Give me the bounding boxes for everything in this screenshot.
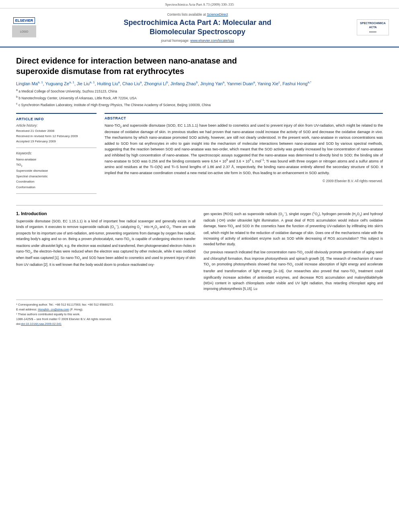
abstract-panel: ABSTRACT Nano-TiO2 and superoxide dismut…: [105, 113, 383, 197]
footnote-equal-contrib: ¹ These authors contributed equally to t…: [16, 312, 383, 317]
abstract-label: ABSTRACT: [105, 116, 383, 120]
abstract-text: Nano-TiO2 and superoxide dismutase (SOD,…: [105, 123, 383, 176]
copyright-text: © 2009 Elsevier B.V. All rights reserved…: [105, 179, 383, 183]
keyword-coordination: Coordination: [16, 179, 97, 185]
intro-body: Superoxide dismutase (SOD, EC 1.15.1.1) …: [16, 218, 195, 267]
journal-info: Contents lists available at ScienceDirec…: [44, 12, 351, 43]
article-info-label: ARTICLE INFO: [16, 117, 97, 121]
keyword-nano-anatase: Nano-anatase: [16, 157, 97, 162]
footnotes: * Corresponding author. Tel.: +86 512 61…: [16, 300, 383, 327]
keyword-conformation: Conformation: [16, 185, 97, 190]
elsevier-logo: ELSEVIER: [13, 17, 35, 24]
revised-date: Received in revised form 12 February 200…: [16, 134, 97, 139]
article-content: Direct evidence for interaction between …: [0, 47, 399, 335]
footnote-email: E-mail address: Hongfsh_cn@sina.com (F. …: [16, 307, 383, 312]
footnote-issn: 1386-1425/$ – see front matter © 2009 El…: [16, 317, 383, 322]
body-left-col: 1. Introduction Superoxide dismutase (SO…: [16, 211, 195, 294]
contents-available: Contents lists available at ScienceDirec…: [44, 12, 351, 16]
article-title: Direct evidence for interaction between …: [16, 55, 383, 76]
keywords-label: Keywords:: [16, 151, 97, 155]
affiliations: a a Medical College of Soochow Universit…: [16, 88, 383, 107]
journal-logo: SPECTROCHIMICA ACTA ■■■■■: [355, 19, 391, 35]
keyword-sod: Superoxide dismutase: [16, 168, 97, 174]
body-columns: 1. Introduction Superoxide dismutase (SO…: [16, 211, 383, 294]
footnote-doi: doi:doi:10.1016/j.saa.2009.02.041: [16, 322, 383, 327]
article-info-box: ARTICLE INFO Article history: Received 2…: [16, 113, 97, 193]
journal-citation: Spectrochimica Acta Part A 73 (2009) 330…: [0, 0, 399, 8]
intro-heading: 1. Introduction: [16, 211, 195, 216]
abstract-box: ABSTRACT Nano-TiO2 and superoxide dismut…: [105, 113, 383, 183]
sciencedirect-link[interactable]: ScienceDirect: [207, 12, 228, 16]
article-info-panel: ARTICLE INFO Article history: Received 2…: [16, 113, 97, 197]
journal-homepage: journal homepage: www.elsevier.com/locat…: [44, 39, 351, 43]
journal-logo-box: SPECTROCHIMICA ACTA ■■■■■: [357, 19, 389, 35]
journal-title: Spectrochimica Acta Part A: Molecular an…: [44, 18, 351, 37]
received-date: Received 21 October 2008: [16, 129, 97, 134]
binding-constants-text: binding constants: [172, 159, 200, 163]
keyword-spectral: Spectral characteristic: [16, 174, 97, 179]
accepted-date: Accepted 19 February 2009: [16, 139, 97, 144]
elsevier-branding: ELSEVIER LOGO: [8, 17, 40, 37]
article-info-abstract: ARTICLE INFO Article history: Received 2…: [16, 113, 383, 197]
homepage-link[interactable]: www.elsevier.com/locate/saa: [190, 39, 234, 43]
authors-list: Linglan Maa, 1, Yuguang Zea, 1, Jie Liua…: [16, 80, 383, 86]
journal-header: ELSEVIER LOGO Contents lists available a…: [0, 8, 399, 47]
body-right-col: gen species (ROS) such as superoxide rad…: [204, 211, 383, 294]
keyword-tio2: TiO2: [16, 162, 97, 168]
body-right-text: gen species (ROS) such as superoxide rad…: [204, 211, 383, 292]
main-body: 1. Introduction Superoxide dismutase (SO…: [16, 205, 383, 327]
history-label: Article history:: [16, 123, 97, 127]
footnote-corresponding: * Corresponding author. Tel.: +86 512 61…: [16, 302, 383, 307]
